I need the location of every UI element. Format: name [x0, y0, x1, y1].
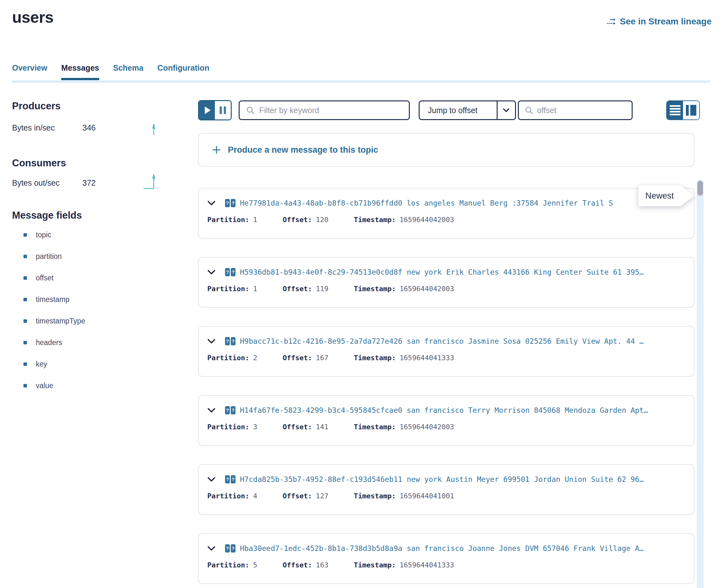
bytes-out-label: Bytes out/sec	[12, 178, 82, 188]
offset-label: Offset:	[283, 354, 312, 362]
tab-overview[interactable]: Overview	[12, 63, 47, 80]
message-key: Hba30eed7-1edc-452b-8b1a-738d3b5d8a9a sa…	[240, 544, 644, 552]
offset-value: 120	[316, 216, 328, 224]
offset-search-input[interactable]	[537, 106, 639, 115]
tab-track	[12, 81, 710, 83]
message-field-item-value: value	[12, 382, 85, 390]
partition-value: 5	[253, 561, 257, 569]
unknown-glyph-icons	[225, 337, 235, 345]
chevron-down-icon	[497, 101, 515, 119]
pause-icon	[220, 106, 222, 114]
lineage-link-label: See in Stream lineage	[620, 17, 711, 27]
partition-label: Partition:	[207, 423, 249, 431]
partition-field: Partition:3	[207, 423, 257, 431]
jump-select-value: Jump to offset	[420, 101, 497, 119]
partition-value: 3	[253, 423, 257, 431]
timestamp-value: 1659644042003	[400, 285, 454, 293]
play-icon	[205, 106, 211, 114]
message-field-item-partition: partition	[12, 252, 85, 260]
producers-sparkline	[150, 123, 157, 135]
timestamp-field: Timestamp:1659644042003	[354, 423, 454, 431]
message-fields-heading: Message fields	[12, 210, 82, 221]
timestamp-field: Timestamp:1659644042003	[354, 285, 454, 293]
play-button[interactable]	[199, 101, 215, 120]
timestamp-value: 1659644042003	[400, 216, 454, 224]
offset-field: Offset:167	[283, 354, 328, 362]
unknown-glyph-icons	[225, 199, 235, 207]
partition-value: 4	[253, 492, 257, 500]
timestamp-field: Timestamp:1659644042003	[354, 216, 454, 224]
offset-field: Offset:163	[283, 561, 328, 569]
list-view-button[interactable]	[667, 101, 683, 120]
produce-message-button[interactable]: Produce a new message to this topic	[198, 133, 695, 167]
partition-field: Partition:2	[207, 354, 257, 362]
expand-chevron-icon[interactable]	[207, 270, 215, 275]
timestamp-field: Timestamp:1659644041333	[354, 561, 454, 569]
stream-lineage-link[interactable]: See in Stream lineage	[606, 17, 711, 27]
bytes-out-value: 372	[82, 178, 96, 188]
timestamp-label: Timestamp:	[354, 492, 395, 500]
topic-page: users See in Stream lineage OverviewMess…	[0, 0, 722, 588]
partition-label: Partition:	[207, 561, 249, 569]
message-row[interactable]: H9bacc71c-b12c-4216-8e95-2a7da727e426 sa…	[198, 326, 695, 377]
tab-schema[interactable]: Schema	[113, 63, 144, 80]
tab-configuration[interactable]: Configuration	[158, 63, 209, 80]
expand-chevron-icon[interactable]	[207, 546, 215, 551]
messages-toolbar: Jump to offset	[198, 100, 700, 121]
topic-stats-sidebar: Producers Bytes in/sec 346 Consumers Byt…	[12, 101, 177, 576]
field-label: timestamp	[36, 295, 69, 304]
field-label: value	[36, 381, 53, 390]
scrollbar-thumb[interactable]	[697, 181, 703, 196]
message-key: He77981da-4a43-48ab-b8f8-cb71b96ffdd0 lo…	[240, 199, 613, 207]
jump-to-offset-select[interactable]: Jump to offset	[419, 101, 516, 120]
stream-control-group	[198, 100, 232, 120]
field-label: partition	[36, 252, 62, 261]
pause-button[interactable]	[215, 101, 231, 120]
field-bullet	[23, 298, 27, 301]
search-icon	[524, 106, 533, 115]
offset-value: 141	[316, 423, 328, 431]
timestamp-label: Timestamp:	[354, 561, 395, 569]
offset-value: 167	[316, 354, 328, 362]
bytes-in-label: Bytes in/sec	[12, 123, 82, 132]
field-label: timestampType	[36, 317, 85, 326]
field-bullet	[23, 233, 27, 237]
expand-chevron-icon[interactable]	[207, 408, 215, 413]
message-field-item-timestamp: timestamp	[12, 296, 85, 303]
partition-label: Partition:	[207, 354, 249, 362]
tab-bar: OverviewMessagesSchemaConfiguration	[12, 63, 710, 83]
offset-value: 119	[316, 285, 328, 293]
partition-field: Partition:5	[207, 561, 257, 569]
produce-message-label: Produce a new message to this topic	[228, 145, 378, 155]
expand-chevron-icon[interactable]	[207, 201, 215, 206]
consumers-sparkline	[143, 174, 156, 189]
message-field-item-offset: offset	[12, 274, 85, 282]
expand-chevron-icon[interactable]	[207, 477, 215, 482]
message-field-item-topic: topic	[12, 231, 85, 238]
timestamp-label: Timestamp:	[354, 354, 395, 362]
field-label: topic	[36, 231, 51, 239]
message-key: H14fa67fe-5823-4299-b3c4-595845cfcae0 sa…	[240, 406, 648, 414]
message-key: H7cda825b-35b7-4952-88ef-c193d546eb11 ne…	[240, 475, 644, 483]
message-row[interactable]: Hba30eed7-1edc-452b-8b1a-738d3b5d8a9a sa…	[198, 533, 695, 584]
offset-search-field	[518, 101, 633, 120]
message-fields-list: topicpartitionoffsettimestamptimestampTy…	[12, 231, 85, 403]
message-row[interactable]: H14fa67fe-5823-4299-b3c4-595845cfcae0 sa…	[198, 395, 695, 446]
timestamp-value: 1659644041333	[400, 354, 454, 362]
message-row[interactable]: He77981da-4a43-48ab-b8f8-cb71b96ffdd0 lo…	[198, 188, 695, 238]
tab-messages[interactable]: Messages	[61, 63, 99, 80]
expand-chevron-icon[interactable]	[207, 339, 215, 344]
offset-field: Offset:119	[283, 285, 328, 293]
plus-icon	[212, 145, 221, 154]
message-row[interactable]: H7cda825b-35b7-4952-88ef-c193d546eb11 ne…	[198, 464, 695, 515]
scrollbar-track[interactable]	[697, 180, 704, 588]
split-view-button[interactable]	[683, 101, 699, 120]
offset-label: Offset:	[283, 423, 312, 431]
message-row[interactable]: H5936db81-b943-4e0f-8c29-74513e0c0d8f ne…	[198, 257, 695, 308]
timestamp-label: Timestamp:	[354, 285, 395, 293]
message-field-item-timestamptype: timestampType	[12, 317, 85, 325]
field-bullet	[23, 255, 27, 258]
keyword-filter-input[interactable]	[259, 106, 403, 115]
offset-label: Offset:	[283, 561, 312, 569]
field-label: headers	[36, 338, 62, 347]
